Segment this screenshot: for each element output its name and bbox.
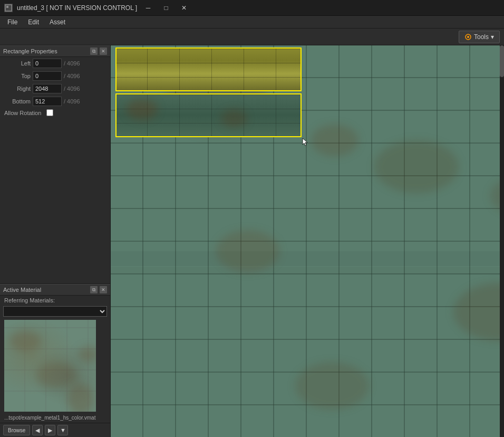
- mat-next-button[interactable]: ▶: [45, 425, 55, 435]
- prop-input-right[interactable]: [33, 84, 62, 93]
- active-material-close-button[interactable]: ✕: [100, 286, 107, 293]
- prop-checkbox-allow-rotation[interactable]: [46, 109, 53, 116]
- menu-edit[interactable]: Edit: [23, 17, 44, 27]
- tools-label: Tools: [474, 33, 489, 41]
- canvas-area[interactable]: [111, 45, 504, 437]
- prop-row-left: Left / 4096: [0, 57, 110, 70]
- mat-preview: [4, 320, 96, 412]
- prop-label-bottom: Bottom: [4, 98, 31, 104]
- rect-props-title: Rectangle Properties: [3, 48, 90, 54]
- yellow-rect-1-fill: [115, 48, 302, 91]
- app-icon: [4, 4, 13, 12]
- rect-props-panel: Rectangle Properties ⧉ ✕ Left / 4096 Top…: [0, 45, 111, 283]
- prop-max-right: / 4096: [64, 86, 80, 92]
- prop-input-bottom[interactable]: [33, 97, 62, 106]
- prop-row-right: Right / 4096: [0, 82, 110, 95]
- svg-point-3: [467, 36, 469, 38]
- prop-label-left: Left: [4, 60, 31, 66]
- close-button[interactable]: ✕: [177, 3, 191, 13]
- menubar: File Edit Asset: [0, 16, 504, 28]
- active-material-header: Active Material ⧉ ✕: [0, 284, 110, 296]
- svg-rect-1: [6, 6, 8, 8]
- mat-dropdown-arrow-button[interactable]: ▼: [57, 425, 68, 435]
- mat-name: ...tspot/example_metal1_hs_color.vmat: [0, 414, 110, 423]
- prop-input-left[interactable]: [33, 59, 62, 68]
- mat-actions: Browse ◀ ▶ ▼: [0, 423, 110, 437]
- prop-max-left: / 4096: [64, 60, 80, 66]
- main-area: Rectangle Properties ⧉ ✕ Left / 4096 Top…: [0, 45, 504, 437]
- rect-props-float-button[interactable]: ⧉: [90, 48, 98, 55]
- rect-props-header: Rectangle Properties ⧉ ✕: [0, 45, 110, 57]
- maximize-button[interactable]: □: [159, 3, 173, 13]
- mat-dropdown[interactable]: [3, 306, 107, 317]
- active-material-header-btns: ⧉ ✕: [90, 286, 107, 293]
- left-panel: Rectangle Properties ⧉ ✕ Left / 4096 Top…: [0, 45, 111, 437]
- tools-button[interactable]: Tools ▾: [459, 31, 500, 43]
- prop-row-bottom: Bottom / 4096: [0, 95, 110, 108]
- rect-props-header-btns: ⧉ ✕: [90, 48, 107, 55]
- prop-label-right: Right: [4, 86, 31, 92]
- active-material-panel: Active Material ⧉ ✕ Referring Materials:: [0, 283, 111, 437]
- browse-button[interactable]: Browse: [3, 425, 30, 435]
- mat-prev-button[interactable]: ◀: [32, 425, 43, 435]
- prop-label-top: Top: [4, 73, 31, 79]
- titlebar-text: untitled_3 [ NOT IN VERSION CONTROL ]: [17, 4, 137, 12]
- menu-asset[interactable]: Asset: [44, 17, 71, 27]
- yellow-rect-2-fill: [115, 93, 302, 137]
- active-material-float-button[interactable]: ⧉: [90, 286, 98, 293]
- vertical-scrollbar[interactable]: [500, 45, 504, 437]
- mat-dropdown-row: [0, 305, 110, 318]
- prop-label-allow-rotation: Allow Rotation: [4, 110, 44, 116]
- rect-props-close-button[interactable]: ✕: [100, 48, 107, 55]
- active-material-title: Active Material: [3, 287, 90, 293]
- prop-input-top[interactable]: [33, 71, 62, 81]
- scrollbar-thumb[interactable]: [500, 45, 504, 77]
- prop-row-allow-rotation: Allow Rotation: [0, 108, 110, 118]
- minimize-button[interactable]: ─: [141, 3, 155, 13]
- referring-materials-label: Referring Materials:: [0, 296, 110, 305]
- prop-max-top: / 4096: [64, 73, 80, 79]
- prop-max-bottom: / 4096: [64, 98, 80, 104]
- tools-dropdown-icon: ▾: [491, 33, 494, 41]
- menu-file[interactable]: File: [2, 17, 23, 27]
- prop-row-top: Top / 4096: [0, 70, 110, 82]
- toolbar: Tools ▾: [0, 28, 504, 45]
- titlebar: untitled_3 [ NOT IN VERSION CONTROL ] ─ …: [0, 0, 504, 16]
